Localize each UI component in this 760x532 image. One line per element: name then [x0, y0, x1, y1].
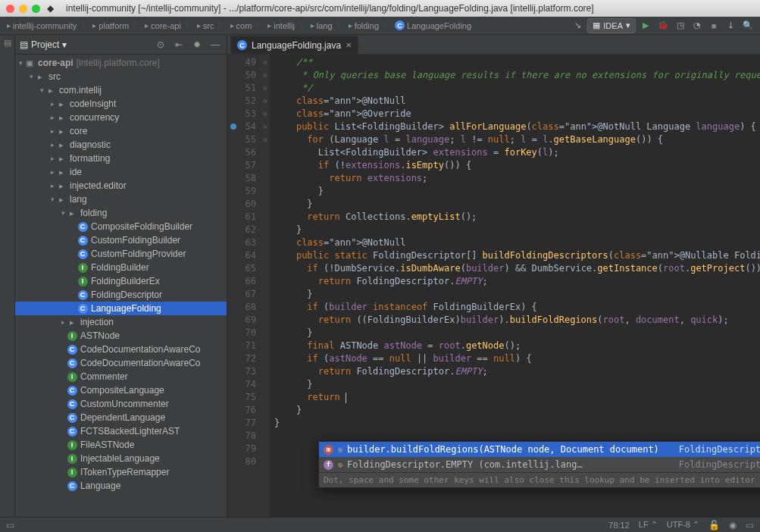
editor-tab[interactable]: C LanguageFolding.java ✕ — [230, 36, 358, 54]
tree-arrow-icon[interactable]: ▸ — [48, 114, 56, 121]
folder-icon: ▸ — [56, 99, 67, 109]
tree-arrow-icon[interactable]: ▸ — [48, 127, 56, 135]
status-lock-icon[interactable]: 🔓 — [708, 520, 720, 530]
tree-file[interactable]: IFoldingBuilder — [15, 261, 227, 274]
breadcrumb-item[interactable]: ▸core-api — [142, 20, 183, 31]
tree-file[interactable]: CFCTSBackedLighterAST — [15, 424, 227, 438]
coverage-button[interactable]: ◳ — [674, 19, 687, 33]
tree-arrow-icon[interactable]: ▾ — [59, 209, 67, 217]
tree-file[interactable]: CCustomFoldingBuilder — [15, 233, 227, 247]
status-encoding[interactable]: UTF-8 ⌃ — [667, 520, 699, 530]
tree-folder[interactable]: ▸▸formatting — [15, 152, 227, 165]
tree-file[interactable]: ICommenter — [15, 370, 227, 383]
class-icon: C — [67, 385, 77, 396]
tree-arrow-icon[interactable]: ▸ — [48, 100, 56, 108]
tree-file[interactable]: CLanguageFolding — [15, 302, 227, 315]
debug-button[interactable]: 🐞 — [655, 19, 671, 33]
tool-windows-icon[interactable]: ▭ — [6, 520, 14, 530]
window-zoom-icon[interactable] — [32, 5, 40, 13]
status-memory-icon[interactable]: ▭ — [746, 520, 754, 530]
project-tree[interactable]: ▾ ▣ core-api [intellij.platform.core] ▾▸… — [15, 55, 227, 517]
tree-file[interactable]: IFileASTNode — [15, 438, 227, 452]
completion-item[interactable]: f⎋FoldingDescriptor.EMPTY (com.intellij.… — [319, 457, 760, 472]
tree-folder[interactable]: ▸▸concurrency — [15, 111, 227, 124]
tree-file[interactable]: CLanguage — [15, 479, 227, 493]
breadcrumb-sep: 〉 — [383, 20, 391, 31]
tree-folder[interactable]: ▸▸diagnostic — [15, 138, 227, 152]
breadcrumb-item[interactable]: ▸lang — [308, 20, 335, 31]
tree-folder[interactable]: ▸▸core — [15, 124, 227, 138]
tree-arrow-icon[interactable]: ▾ — [38, 86, 45, 94]
breadcrumb-item[interactable]: ▸folding — [346, 20, 381, 31]
tree-root-hint: [intellij.platform.core] — [77, 58, 160, 68]
interface-icon: I — [67, 453, 77, 464]
tree-folder[interactable]: ▾▸folding — [15, 206, 227, 220]
tree-folder[interactable]: ▸▸codeInsight — [15, 97, 227, 111]
locate-button[interactable]: ⊙ — [154, 39, 167, 50]
breadcrumb-item[interactable]: ▸intellij — [265, 20, 297, 31]
build-button[interactable]: ↘ — [571, 19, 584, 33]
settings-icon[interactable]: ✸ — [190, 39, 204, 50]
project-view-selector[interactable]: ▤ Project ▾ — [20, 39, 67, 50]
tree-file[interactable]: IFoldingBuilderEx — [15, 274, 227, 288]
tree-arrow-icon[interactable]: ▸ — [48, 168, 56, 176]
completion-text: FoldingDescriptor.EMPTY (com.intellij.la… — [347, 459, 583, 470]
tree-file[interactable]: CCodeDocumentationAwareCo — [15, 356, 227, 370]
tree-file[interactable]: IASTNode — [15, 329, 227, 343]
breadcrumb-item[interactable]: ▸src — [195, 20, 217, 31]
project-tool-button[interactable]: ▤ — [4, 38, 11, 48]
status-caret[interactable]: 78:12 — [608, 521, 630, 530]
tree-folder[interactable]: ▾▸com.intellij — [15, 83, 227, 97]
tree-file[interactable]: IInjectableLanguage — [15, 452, 227, 465]
tree-arrow-icon[interactable]: ▸ — [48, 155, 56, 162]
tree-file[interactable]: CFoldingDescriptor — [15, 288, 227, 302]
window-close-icon[interactable] — [6, 5, 14, 13]
breadcrumb-item[interactable]: ▸com — [228, 20, 255, 31]
tree-arrow-icon[interactable]: ▸ — [59, 318, 67, 326]
stop-button[interactable]: ■ — [707, 19, 721, 33]
breadcrumb-item[interactable]: ▸intellij-community — [5, 20, 79, 31]
intention-icon: ⎋ — [338, 461, 342, 469]
tree-folder[interactable]: ▸▸ide — [15, 165, 227, 179]
tree-folder[interactable]: ▾▸src — [15, 70, 227, 83]
tree-folder[interactable]: ▸▸injected.editor — [15, 179, 227, 192]
fold-column[interactable]: ⊖⊖⊖⊖⊖⊖⊖ — [261, 55, 270, 517]
profile-button[interactable]: ◔ — [690, 19, 704, 33]
breadcrumb-item[interactable]: CLanguageFolding — [393, 20, 474, 31]
completion-popup[interactable]: m⎋builder.buildFoldRegions(ASTNode node,… — [318, 441, 760, 488]
folder-icon: ▸ — [349, 21, 352, 30]
tree-file[interactable]: IITokenTypeRemapper — [15, 465, 227, 479]
tree-arrow-icon[interactable]: ▾ — [48, 196, 56, 203]
tree-arrow-icon[interactable]: ▾ — [27, 73, 35, 80]
search-everywhere-button[interactable]: 🔍 — [740, 19, 755, 33]
window-minimize-icon[interactable] — [19, 5, 27, 13]
status-inspections-icon[interactable]: ◉ — [729, 520, 737, 530]
tree-root[interactable]: ▾ ▣ core-api [intellij.platform.core] — [15, 56, 227, 70]
class-icon: C — [77, 249, 88, 259]
folder-icon: ▸ — [56, 154, 67, 164]
tree-file[interactable]: CCompositeFoldingBuilder — [15, 220, 227, 233]
tree-label: core — [70, 126, 87, 136]
tree-file[interactable]: CCompositeLanguage — [15, 383, 227, 397]
code-area[interactable]: 4950515253545556575859606162636465666768… — [227, 55, 760, 517]
vcs-update-button[interactable]: ⤓ — [724, 19, 737, 33]
close-icon[interactable]: ✕ — [346, 41, 352, 49]
tree-arrow-icon[interactable]: ▸ — [48, 141, 56, 149]
completion-item[interactable]: m⎋builder.buildFoldRegions(ASTNode node,… — [319, 442, 760, 457]
hide-button[interactable]: — — [208, 39, 222, 50]
status-line-separator[interactable]: LF ⌃ — [639, 520, 658, 530]
tree-file[interactable]: CCustomFoldingProvider — [15, 247, 227, 261]
breadcrumb-label: folding — [355, 21, 379, 30]
gutter[interactable]: 4950515253545556575859606162636465666768… — [227, 55, 261, 517]
tree-arrow-icon[interactable]: ▸ — [48, 182, 56, 189]
tree-file[interactable]: CCodeDocumentationAwareCo — [15, 343, 227, 356]
tree-label: CodeDocumentationAwareCo — [80, 344, 201, 355]
tree-folder[interactable]: ▾▸lang — [15, 192, 227, 206]
breadcrumb-item[interactable]: ▸platform — [90, 20, 131, 31]
run-button[interactable]: ▶ — [639, 19, 652, 33]
tree-folder[interactable]: ▸▸injection — [15, 315, 227, 329]
collapse-button[interactable]: ⇤ — [172, 39, 186, 50]
tree-file[interactable]: CCustomUncommenter — [15, 397, 227, 411]
run-config-selector[interactable]: ▦ IDEA ▾ — [587, 18, 636, 33]
tree-file[interactable]: CDependentLanguage — [15, 411, 227, 424]
